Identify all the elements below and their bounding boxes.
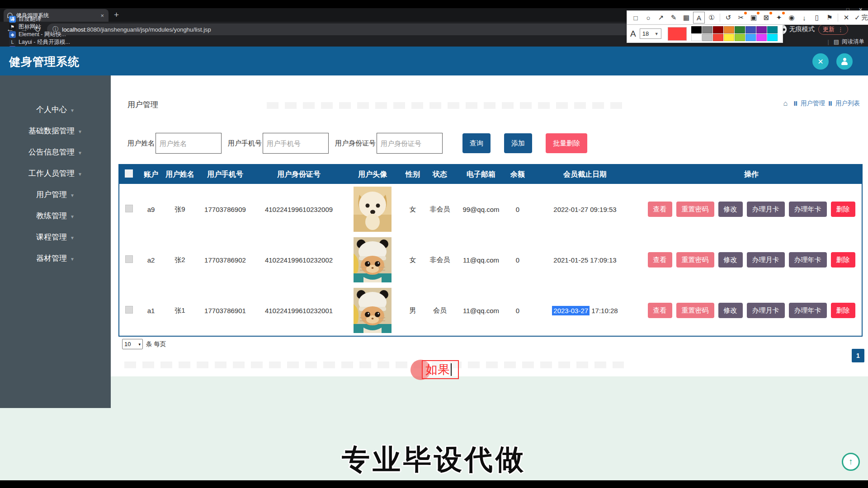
- undo-tool-icon[interactable]: ↺: [722, 12, 734, 23]
- page-number-button[interactable]: 1: [852, 349, 864, 362]
- delete-button[interactable]: 删除: [831, 202, 855, 217]
- query-button[interactable]: 查询: [462, 133, 491, 153]
- bookmark-item[interactable]: ◆Element - 网站快...: [9, 31, 70, 38]
- palette-color-swatch[interactable]: [767, 26, 778, 33]
- arrow-tool-icon[interactable]: ↗: [655, 12, 667, 23]
- per-page-select[interactable]: 10 ▾: [122, 339, 143, 349]
- edit-button[interactable]: 修改: [718, 303, 743, 318]
- table-row: a9张917703786909410224199610232009女非会员99@…: [119, 184, 862, 235]
- palette-color-swatch[interactable]: [713, 34, 723, 41]
- row-checkbox[interactable]: [125, 255, 133, 263]
- new-tab-button[interactable]: +: [114, 10, 119, 20]
- pagination: 10 ▾ 条 每页: [122, 339, 166, 349]
- breadcrumb-section[interactable]: 用户管理: [801, 99, 825, 108]
- cell-phone: 17703786902: [196, 235, 254, 285]
- tab-close-icon[interactable]: ×: [99, 12, 105, 19]
- header-profile-button[interactable]: [836, 53, 853, 70]
- select-all-checkbox[interactable]: [125, 169, 133, 178]
- view-button[interactable]: 查看: [648, 252, 672, 267]
- font-size-select[interactable]: 18 ▼: [640, 28, 661, 39]
- sticker-tool-icon[interactable]: ▣: [748, 12, 760, 23]
- search-input[interactable]: [156, 133, 222, 154]
- palette-color-swatch[interactable]: [756, 26, 767, 33]
- palette-color-swatch[interactable]: [702, 34, 712, 41]
- monthly-card-button[interactable]: 办理月卡: [747, 252, 785, 267]
- palette-color-swatch[interactable]: [724, 34, 734, 41]
- pen-tool-icon[interactable]: ✎: [668, 12, 679, 23]
- sidebar-item[interactable]: 用户管理▼: [0, 184, 111, 205]
- sidebar-item[interactable]: 器材管理▼: [0, 248, 111, 269]
- breadcrumb-section[interactable]: 用户列表: [835, 99, 860, 108]
- sidebar-item[interactable]: 个人中心▼: [0, 99, 111, 120]
- sidebar-item[interactable]: 课程管理▼: [0, 226, 111, 248]
- palette-color-swatch[interactable]: [713, 26, 723, 33]
- cell-status: 会员: [424, 285, 456, 336]
- palette-color-swatch[interactable]: [691, 34, 702, 41]
- view-button[interactable]: 查看: [648, 303, 672, 318]
- reset-password-button[interactable]: 重置密码: [676, 303, 714, 318]
- done-button[interactable]: ✓完成: [854, 14, 868, 22]
- palette-color-swatch[interactable]: [691, 26, 702, 33]
- step-number-tool-icon[interactable]: ①: [706, 12, 717, 23]
- selected-color-swatch[interactable]: [668, 27, 687, 41]
- cut-tool-icon[interactable]: ✂: [735, 12, 747, 23]
- monthly-card-button[interactable]: 办理月卡: [747, 202, 785, 217]
- view-button[interactable]: 查看: [648, 202, 672, 217]
- palette-color-swatch[interactable]: [756, 34, 767, 41]
- rectangle-tool-icon[interactable]: □: [630, 12, 642, 23]
- palette-color-swatch[interactable]: [745, 34, 756, 41]
- snip-tools-row: □○↗✎▦A①↺✂▣⊠✦◉↓▯⚑✕✓完成: [627, 10, 868, 25]
- yearly-card-button[interactable]: 办理年卡: [789, 202, 827, 217]
- back-to-top-button[interactable]: ↑: [842, 453, 860, 471]
- bookmark-item[interactable]: LLayui - 经典开源模...: [9, 38, 70, 46]
- cell-idcard: 410224199610232009: [254, 184, 344, 235]
- search-input[interactable]: [377, 133, 443, 154]
- reset-password-button[interactable]: 重置密码: [676, 202, 714, 217]
- sidebar: 个人中心▼基础数据管理▼公告信息管理▼工作人员管理▼用户管理▼教练管理▼课程管理…: [0, 75, 111, 408]
- palette-color-swatch[interactable]: [724, 26, 734, 33]
- sidebar-item[interactable]: 教练管理▼: [0, 205, 111, 226]
- home-icon[interactable]: ⌂: [783, 99, 788, 108]
- search-input[interactable]: [263, 133, 329, 154]
- cancel-tool-icon[interactable]: ✕: [840, 12, 852, 23]
- batch-delete-button[interactable]: 批量删除: [546, 133, 587, 153]
- sidebar-item[interactable]: 公告信息管理▼: [0, 141, 111, 163]
- edit-button[interactable]: 修改: [718, 252, 743, 267]
- palette-color-swatch[interactable]: [702, 26, 712, 33]
- arrow-up-icon: ↑: [849, 457, 853, 467]
- column-header: 用户身份证号: [254, 165, 344, 184]
- ellipse-tool-icon[interactable]: ○: [642, 12, 654, 23]
- pin-tool-icon[interactable]: ✦: [773, 12, 785, 23]
- delete-button[interactable]: 删除: [831, 252, 855, 267]
- delete-button[interactable]: 删除: [831, 303, 855, 318]
- bookmark-item[interactable]: 译百度翻译: [9, 15, 70, 23]
- add-button[interactable]: 添加: [504, 133, 532, 153]
- record-tool-icon[interactable]: ◉: [786, 12, 797, 23]
- row-checkbox[interactable]: [125, 306, 133, 314]
- bookmark-item[interactable]: ⚑图标网站: [9, 23, 70, 31]
- text-tool-icon[interactable]: A: [693, 12, 705, 23]
- url-path: :8080/jianshenguanli/jsp/modules/yonghu/…: [85, 26, 211, 33]
- download-tool-icon[interactable]: ↓: [798, 12, 810, 23]
- sidebar-item[interactable]: 工作人员管理▼: [0, 163, 111, 184]
- yearly-card-button[interactable]: 办理年卡: [789, 252, 827, 267]
- ocr-tool-icon[interactable]: ⊠: [760, 12, 772, 23]
- edit-button[interactable]: 修改: [718, 202, 743, 217]
- device-tool-icon[interactable]: ▯: [811, 12, 823, 23]
- annotation-textbox[interactable]: 如果: [422, 360, 459, 379]
- palette-color-swatch[interactable]: [767, 34, 778, 41]
- palette-color-swatch[interactable]: [735, 34, 745, 41]
- monthly-card-button[interactable]: 办理月卡: [747, 303, 785, 318]
- yearly-card-button[interactable]: 办理年卡: [789, 303, 827, 318]
- breadcrumb-separator: Ⅱ: [828, 100, 832, 107]
- palette-color-swatch[interactable]: [735, 26, 745, 33]
- reset-password-button[interactable]: 重置密码: [676, 252, 714, 267]
- header-exit-button[interactable]: ✕: [812, 53, 829, 70]
- bookmark-tool-icon[interactable]: ⚑: [824, 12, 835, 23]
- cell-gender: 女: [401, 235, 424, 285]
- row-checkbox[interactable]: [125, 205, 133, 212]
- mosaic-tool-icon[interactable]: ▦: [680, 12, 692, 23]
- sidebar-item[interactable]: 基础数据管理▼: [0, 120, 111, 141]
- sidebar-item-label: 教练管理: [36, 211, 67, 221]
- palette-color-swatch[interactable]: [745, 26, 756, 33]
